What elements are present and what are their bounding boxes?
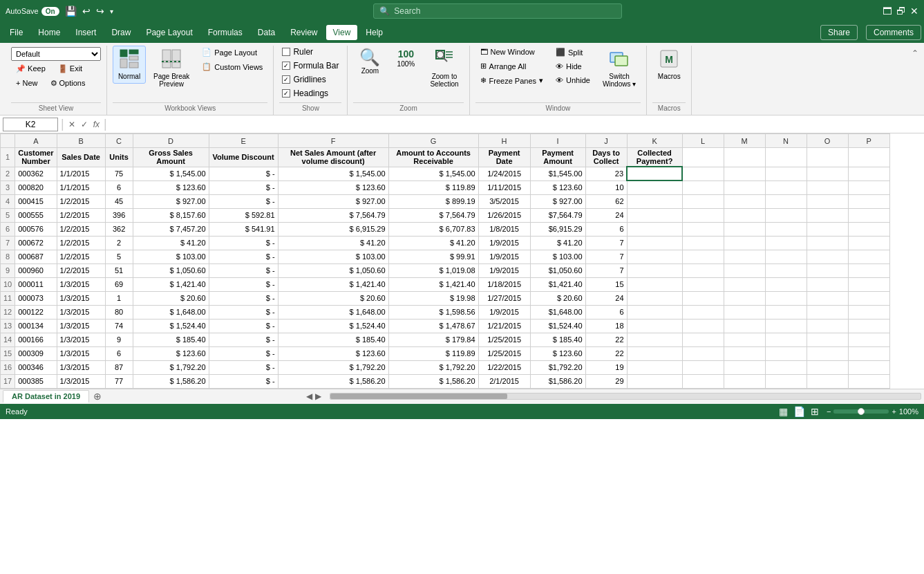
cell-5-F[interactable]: $ 7,564.79	[278, 208, 388, 222]
cell-11-A[interactable]: 000073	[15, 291, 57, 305]
cell-4-L[interactable]	[682, 194, 724, 208]
cell-10-B[interactable]: 1/3/2015	[57, 277, 105, 291]
cell-3-B[interactable]: 1/1/2015	[57, 180, 105, 194]
formula-bar-checkbox-item[interactable]: ✓ Formula Bar	[279, 59, 341, 72]
cell-15-F[interactable]: $ 123.60	[278, 346, 388, 360]
cell-7-L[interactable]	[682, 236, 724, 250]
cell-15-O[interactable]	[807, 346, 848, 360]
cell-8-C[interactable]: 5	[105, 250, 133, 263]
row-num-5[interactable]: 5	[1, 208, 15, 222]
share-button[interactable]: Share	[820, 25, 858, 40]
scroll-left-icon[interactable]: ◀	[306, 391, 312, 401]
cell-4-N[interactable]	[765, 194, 807, 208]
cell-5-N[interactable]	[765, 208, 807, 222]
col-header-e[interactable]: E	[209, 134, 278, 148]
zoom-to-selection-button[interactable]: Zoom toSelection	[425, 46, 463, 91]
cell-ref-input[interactable]: K2	[3, 118, 58, 131]
zoom-button[interactable]: 🔍 Zoom	[353, 46, 386, 78]
cell-15-D[interactable]: $ 123.60	[133, 346, 209, 360]
cell-10-P[interactable]	[848, 277, 889, 291]
cell-10-J[interactable]: 15	[585, 277, 627, 291]
cell-11-I[interactable]: $ 20.60	[530, 291, 585, 305]
cell-6-I[interactable]: $6,915.29	[530, 222, 585, 236]
cell-11-N[interactable]	[765, 291, 807, 305]
cell-16-E[interactable]: $ -	[209, 360, 278, 374]
header-a[interactable]: Customer Number	[15, 148, 57, 167]
cell-14-N[interactable]	[765, 333, 807, 346]
cell-16-N[interactable]	[765, 360, 807, 374]
macros-button[interactable]: M Macros	[652, 46, 686, 84]
sheet-view-dropdown[interactable]: Default	[11, 47, 101, 61]
gridlines-checkbox[interactable]: ✓	[282, 75, 290, 84]
cell-11-K[interactable]	[627, 291, 682, 305]
cell-16-D[interactable]: $ 1,792.20	[133, 360, 209, 374]
cell-14-O[interactable]	[807, 333, 848, 346]
cell-13-M[interactable]	[724, 319, 765, 333]
cell-11-F[interactable]: $ 20.60	[278, 291, 388, 305]
cell-16-K[interactable]	[627, 360, 682, 374]
cell-7-O[interactable]	[807, 236, 848, 250]
cell-8-J[interactable]: 7	[585, 250, 627, 263]
cell-4-I[interactable]: $ 927.00	[530, 194, 585, 208]
cell-10-A[interactable]: 000011	[15, 277, 57, 291]
header-i[interactable]: Payment Amount	[530, 148, 585, 167]
row-num-16[interactable]: 16	[1, 360, 15, 374]
cell-15-J[interactable]: 22	[585, 346, 627, 360]
cell-4-F[interactable]: $ 927.00	[278, 194, 388, 208]
cell-9-I[interactable]: $1,050.60	[530, 263, 585, 277]
cell-12-K[interactable]	[627, 305, 682, 319]
cell-9-O[interactable]	[807, 263, 848, 277]
cell-17-L[interactable]	[682, 374, 724, 388]
cell-13-C[interactable]: 74	[105, 319, 133, 333]
row-num-14[interactable]: 14	[1, 333, 15, 346]
cell-6-O[interactable]	[807, 222, 848, 236]
cell-6-E[interactable]: $ 541.91	[209, 222, 278, 236]
cell-16-C[interactable]: 87	[105, 360, 133, 374]
cell-11-C[interactable]: 1	[105, 291, 133, 305]
cell-10-L[interactable]	[682, 277, 724, 291]
cell-5-D[interactable]: $ 8,157.60	[133, 208, 209, 222]
cell-7-A[interactable]: 000672	[15, 236, 57, 250]
cell-15-C[interactable]: 6	[105, 346, 133, 360]
cell-14-B[interactable]: 1/3/2015	[57, 333, 105, 346]
menu-home[interactable]: Home	[31, 25, 67, 40]
cell-2-F[interactable]: $ 1,545.00	[278, 167, 388, 180]
cell-12-M[interactable]	[724, 305, 765, 319]
arrange-all-button[interactable]: ⊞ Arrange All	[475, 59, 548, 73]
cell-10-E[interactable]: $ -	[209, 277, 278, 291]
cell-9-C[interactable]: 51	[105, 263, 133, 277]
cell-5-E[interactable]: $ 592.81	[209, 208, 278, 222]
cell-2-B[interactable]: 1/1/2015	[57, 167, 105, 180]
cell-14-D[interactable]: $ 185.40	[133, 333, 209, 346]
gridlines-checkbox-item[interactable]: ✓ Gridlines	[279, 73, 341, 86]
zoom-level[interactable]: 100%	[899, 407, 918, 416]
formula-input[interactable]	[110, 120, 921, 129]
unhide-button[interactable]: 👁 Unhide	[551, 74, 595, 86]
cell-6-B[interactable]: 1/2/2015	[57, 222, 105, 236]
cell-12-E[interactable]: $ -	[209, 305, 278, 319]
col-header-c[interactable]: C	[105, 134, 133, 148]
cell-8-D[interactable]: $ 103.00	[133, 250, 209, 263]
sheet-tab-ar-dataset[interactable]: AR Dataset in 2019	[3, 390, 89, 403]
cell-3-H[interactable]: 1/11/2015	[478, 180, 530, 194]
cell-8-N[interactable]	[765, 250, 807, 263]
cell-17-G[interactable]: $ 1,586.20	[388, 374, 478, 388]
cell-16-P[interactable]	[848, 360, 889, 374]
autosave-state[interactable]: On	[41, 7, 59, 16]
redo-icon[interactable]: ↪	[96, 6, 104, 17]
cell-5-A[interactable]: 000555	[15, 208, 57, 222]
cell-14-P[interactable]	[848, 333, 889, 346]
cell-14-J[interactable]: 22	[585, 333, 627, 346]
cell-12-F[interactable]: $ 1,648.00	[278, 305, 388, 319]
cell-4-P[interactable]	[848, 194, 889, 208]
cell-7-G[interactable]: $ 41.20	[388, 236, 478, 250]
cell-17-N[interactable]	[765, 374, 807, 388]
cell-4-D[interactable]: $ 927.00	[133, 194, 209, 208]
cell-14-E[interactable]: $ -	[209, 333, 278, 346]
cell-7-I[interactable]: $ 41.20	[530, 236, 585, 250]
cell-11-O[interactable]	[807, 291, 848, 305]
page-layout-btn[interactable]: 📄	[791, 406, 807, 417]
cell-13-E[interactable]: $ -	[209, 319, 278, 333]
cell-8-L[interactable]	[682, 250, 724, 263]
cell-5-P[interactable]	[848, 208, 889, 222]
